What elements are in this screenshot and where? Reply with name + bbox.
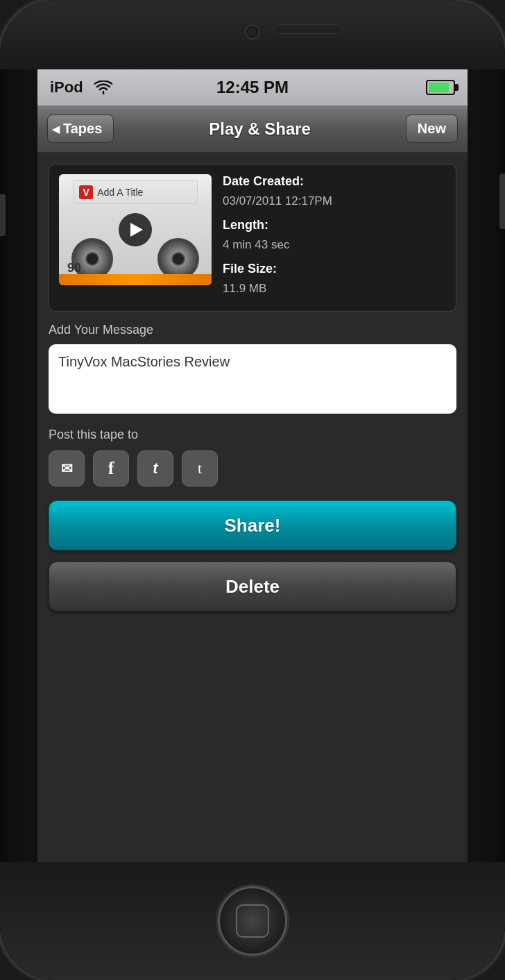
home-button[interactable]	[218, 886, 287, 956]
tape-label-title: Add A Title	[97, 187, 143, 198]
tape-orange-stripe	[59, 274, 212, 285]
phone-device: iPod 12:45 PM Tapes Play & Share New	[0, 0, 505, 980]
share-button[interactable]: Share!	[49, 500, 456, 550]
device-name-label: iPod	[50, 78, 83, 96]
message-input[interactable]: TinyVox MacStories Review	[49, 344, 456, 414]
main-content: V Add A Title 90	[37, 153, 468, 862]
facebook-share-button[interactable]: f	[93, 450, 129, 487]
share-section-label: Post this tape to	[49, 428, 456, 442]
twitter-share-button[interactable]: t	[137, 450, 173, 487]
share-icons-row: ✉ f t t	[49, 450, 456, 487]
length-value: 4 min 43 sec	[223, 238, 446, 252]
reel-right	[157, 238, 199, 280]
status-right	[426, 80, 455, 95]
play-icon	[130, 223, 143, 237]
date-created-label: Date Created:	[223, 174, 446, 189]
reel-inner-right	[171, 252, 185, 266]
wifi-icon	[94, 81, 112, 94]
tape-brand-v: V	[79, 185, 93, 199]
tape-thumbnail[interactable]: V Add A Title 90	[59, 174, 212, 285]
delete-button[interactable]: Delete	[49, 561, 456, 611]
home-button-icon	[236, 904, 269, 938]
power-button[interactable]	[499, 174, 505, 229]
screen: iPod 12:45 PM Tapes Play & Share New	[37, 69, 468, 862]
nav-bar: Tapes Play & Share New	[37, 105, 468, 153]
nav-title: Play & Share	[209, 119, 311, 139]
date-created-value: 03/07/2011 12:17PM	[223, 194, 446, 208]
new-button[interactable]: New	[406, 115, 458, 143]
play-button[interactable]	[119, 213, 152, 246]
volume-button[interactable]	[0, 194, 6, 236]
tape-card: V Add A Title 90	[49, 164, 456, 312]
length-label: Length:	[223, 218, 446, 233]
back-button[interactable]: Tapes	[47, 115, 114, 143]
tumblr-share-button[interactable]: t	[182, 450, 218, 487]
battery-indicator	[426, 80, 455, 95]
phone-bottom	[0, 862, 505, 980]
front-camera	[245, 24, 260, 40]
status-bar: iPod 12:45 PM	[37, 69, 468, 105]
file-size-value: 11.9 MB	[223, 282, 446, 296]
tape-label: V Add A Title	[73, 180, 198, 204]
tape-info-panel: Date Created: 03/07/2011 12:17PM Length:…	[223, 174, 446, 301]
email-share-button[interactable]: ✉	[49, 450, 85, 487]
share-button-label: Share!	[225, 515, 281, 537]
phone-top	[0, 0, 505, 69]
status-left: iPod	[50, 78, 112, 96]
delete-button-label: Delete	[225, 576, 280, 598]
battery-fill	[429, 83, 449, 92]
file-size-label: File Size:	[223, 262, 446, 276]
reel-inner-left	[85, 252, 99, 266]
tape-number: 90	[67, 261, 81, 276]
earpiece-speaker	[273, 24, 343, 34]
status-time: 12:45 PM	[216, 78, 289, 97]
message-section-label: Add Your Message	[49, 323, 456, 337]
